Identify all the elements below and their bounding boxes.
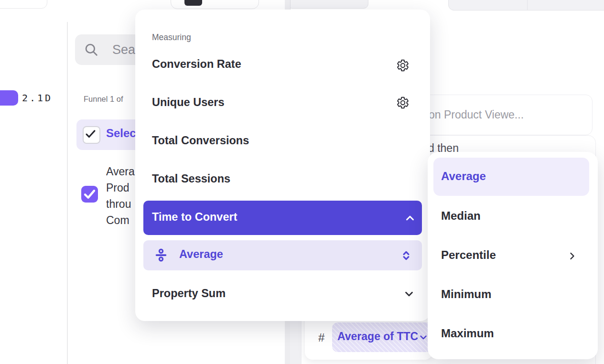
chevron-right-icon — [566, 250, 578, 262]
menu-item-time-to-convert-selected[interactable]: Time to Convert — [143, 201, 422, 235]
menu-item-total-sessions[interactable]: Total Sessions — [152, 172, 230, 185]
menu-item-conversion-rate[interactable]: Conversion Rate — [152, 58, 241, 71]
checkbox-checked[interactable] — [83, 126, 100, 144]
numeric-type-symbol: # — [318, 331, 324, 344]
app-screen: 2.1D Sear Funnel 1 of Selec Avera Prod t… — [0, 0, 604, 364]
aggregation-submenu: Average Median Percentile Minimum Maximu… — [428, 152, 598, 359]
submenu-item-average[interactable]: Average — [441, 170, 486, 183]
top-left-card-corner — [0, 0, 47, 9]
search-icon — [83, 42, 99, 58]
submenu-item-minimum[interactable]: Minimum — [441, 288, 491, 301]
menu-item-property-sum[interactable]: Property Sum — [152, 287, 226, 300]
submenu-item-maximum[interactable]: Maximum — [441, 327, 494, 340]
step-checkbox-checked[interactable] — [81, 186, 98, 203]
background-tab-center[interactable] — [448, 0, 528, 11]
average-divide-icon — [154, 248, 168, 262]
chart-type-icon — [184, 0, 202, 6]
step-badge-label: 2.1D — [22, 92, 53, 104]
gear-icon[interactable] — [396, 59, 410, 72]
submenu-item-median[interactable]: Median — [441, 209, 481, 223]
background-tab-left[interactable] — [287, 0, 368, 9]
measuring-menu: Measuring Conversion Rate Unique Users T… — [135, 10, 430, 321]
menu-item-total-conversions[interactable]: Total Conversions — [152, 134, 249, 147]
submenu-item-percentile[interactable]: Percentile — [441, 248, 496, 262]
left-panel-divider — [67, 22, 68, 364]
aggregation-value-label: Average — [179, 248, 223, 261]
measuring-menu-title: Measuring — [152, 32, 191, 43]
metric-pill-dropdown[interactable]: Average of TTC — [332, 322, 433, 352]
chevron-down-icon[interactable] — [403, 288, 415, 300]
chevron-up-icon — [404, 212, 416, 225]
menu-item-unique-users[interactable]: Unique Users — [152, 96, 225, 109]
up-down-chevron-icon — [400, 249, 412, 262]
funnel-counter-label: Funnel 1 of — [84, 95, 123, 104]
event-selector-text: on Product Viewe... — [429, 108, 524, 121]
top-toolbar-button[interactable] — [171, 0, 259, 9]
chevron-down-icon — [418, 332, 429, 343]
step-description: Avera Prod throu Com — [106, 163, 140, 228]
gear-icon[interactable] — [396, 96, 410, 109]
step-badge — [0, 90, 18, 106]
selected-metric-label: Selec — [106, 127, 136, 140]
metric-pill-label: Average of TTC — [337, 330, 418, 343]
time-to-convert-aggregation-row[interactable]: Average — [143, 240, 422, 270]
background-tab-right[interactable] — [527, 0, 604, 11]
time-to-convert-label: Time to Convert — [152, 211, 237, 224]
